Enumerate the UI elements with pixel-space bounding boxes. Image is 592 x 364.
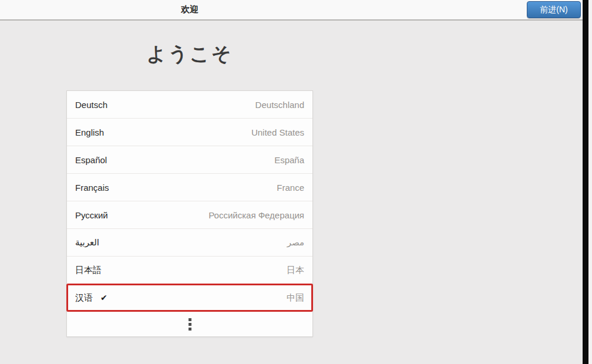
language-row-japanese[interactable]: 日本語 日本 bbox=[67, 257, 312, 284]
language-region: Российская Федерация bbox=[208, 210, 304, 220]
header-bar: 欢迎 bbox=[0, 0, 592, 21]
language-region: 中国 bbox=[287, 292, 304, 304]
language-region: 日本 bbox=[287, 265, 304, 276]
vertical-ellipsis-icon bbox=[189, 328, 191, 331]
page-title: 欢迎 bbox=[0, 4, 379, 15]
language-row-espanol[interactable]: Español España bbox=[67, 146, 312, 174]
language-name: Français bbox=[75, 183, 109, 193]
gnome-initial-setup-window: { "header": { "title": "欢迎", "forward_bu… bbox=[0, 0, 592, 364]
screen-edge-sliver bbox=[588, 0, 592, 364]
forward-button[interactable]: 前进(N) bbox=[527, 1, 581, 18]
language-row-francais[interactable]: Français France bbox=[67, 174, 312, 201]
vertical-ellipsis-icon bbox=[189, 318, 191, 321]
language-name: Español bbox=[75, 155, 107, 165]
language-row-chinese-selected[interactable]: 汉语 ✔ 中国 bbox=[67, 284, 312, 312]
language-list: Deutsch Deutschland English United State… bbox=[66, 90, 313, 337]
language-name: 日本語 bbox=[75, 265, 102, 276]
more-languages-button[interactable] bbox=[67, 312, 312, 336]
language-region: France bbox=[277, 183, 304, 193]
language-name: English bbox=[75, 127, 104, 137]
language-name: Русский bbox=[75, 210, 108, 220]
language-row-russian[interactable]: Русский Российская Федерация bbox=[67, 201, 312, 229]
language-row-english[interactable]: English United States bbox=[67, 119, 312, 146]
screen-edge-black-strip bbox=[583, 0, 588, 364]
language-region: مصر bbox=[287, 237, 304, 248]
language-region: España bbox=[274, 155, 304, 165]
language-region: United States bbox=[251, 127, 304, 137]
welcome-heading: ようこそ bbox=[0, 41, 379, 68]
language-row-deutsch[interactable]: Deutsch Deutschland bbox=[67, 91, 312, 119]
language-name: 汉语 bbox=[75, 292, 93, 304]
vertical-ellipsis-icon bbox=[189, 323, 191, 326]
language-row-arabic[interactable]: العربية مصر bbox=[67, 229, 312, 257]
language-region: Deutschland bbox=[255, 100, 304, 110]
language-name: Deutsch bbox=[75, 100, 107, 110]
check-icon: ✔ bbox=[100, 293, 107, 302]
language-name: العربية bbox=[75, 237, 99, 248]
